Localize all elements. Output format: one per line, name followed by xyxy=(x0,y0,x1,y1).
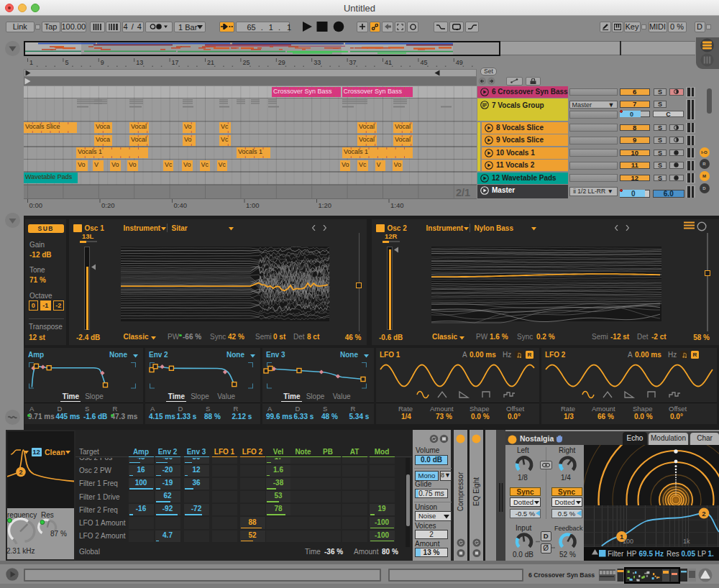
svg-text:Res: Res xyxy=(667,549,679,557)
svg-text:2: 2 xyxy=(19,469,22,476)
svg-text:1k: 1k xyxy=(683,537,690,544)
svg-text:Filter: Filter xyxy=(608,549,624,557)
svg-text:69.5 Hz: 69.5 Hz xyxy=(639,549,664,557)
svg-text:1.: 1. xyxy=(708,549,715,557)
svg-text:100: 100 xyxy=(623,537,633,544)
svg-text:HP: HP xyxy=(627,549,637,557)
svg-text:LP: LP xyxy=(697,549,707,557)
svg-text:2: 2 xyxy=(702,509,705,517)
svg-text:0.05: 0.05 xyxy=(682,549,696,557)
